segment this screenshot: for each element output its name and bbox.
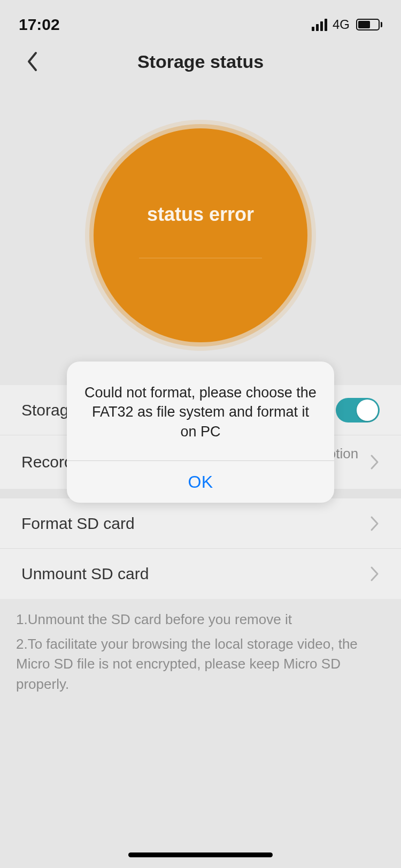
signal-icon	[312, 19, 327, 31]
footer-note: 1.Unmount the SD card before you remove …	[0, 599, 401, 695]
status-circle-text: status error	[147, 203, 254, 226]
footer-line-2: 2.To facilitate your browsing the local …	[16, 634, 385, 695]
unmount-sd-card-label: Unmount SD card	[21, 565, 149, 583]
chevron-right-icon	[370, 566, 380, 582]
network-label: 4G	[333, 17, 350, 32]
toggle-knob	[357, 400, 378, 421]
footer-line-1: 1.Unmount the SD card before you remove …	[16, 610, 385, 630]
format-sd-card-row[interactable]: Format SD card	[0, 498, 401, 549]
alert-ok-button[interactable]: OK	[67, 461, 334, 503]
format-sd-card-label: Format SD card	[21, 514, 135, 533]
status-circle: status error	[94, 128, 307, 342]
chevron-left-icon	[26, 51, 38, 72]
page-title: Storage status	[137, 51, 264, 72]
alert-message: Could not format, please choose the FAT3…	[67, 362, 334, 460]
battery-icon	[356, 19, 382, 30]
back-button[interactable]	[21, 51, 43, 72]
alert-dialog: Could not format, please choose the FAT3…	[67, 362, 334, 503]
status-circle-area: status error	[0, 86, 401, 385]
storage-toggle[interactable]	[336, 398, 380, 423]
nav-bar: Storage status	[0, 37, 401, 86]
settings-section-2: Format SD card Unmount SD card	[0, 498, 401, 599]
status-right: 4G	[312, 17, 382, 32]
status-circle-divider	[139, 258, 262, 258]
status-time: 17:02	[19, 16, 60, 34]
chevron-right-icon	[370, 454, 380, 470]
home-indicator[interactable]	[128, 852, 273, 857]
chevron-right-icon	[370, 516, 380, 532]
unmount-sd-card-row[interactable]: Unmount SD card	[0, 549, 401, 599]
status-bar: 17:02 4G	[0, 0, 401, 37]
